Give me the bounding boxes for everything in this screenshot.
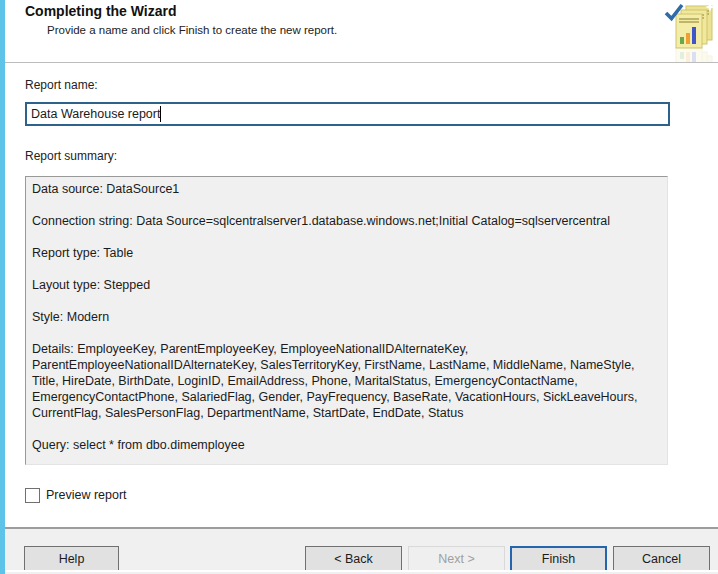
report-summary-panel: Data source: DataSource1 Connection stri… — [25, 176, 668, 465]
next-button[interactable]: Next > — [408, 546, 505, 572]
summary-layout-type: Layout type: Stepped — [32, 277, 661, 293]
summary-connection-string: Connection string: Data Source=sqlcentra… — [32, 213, 661, 229]
page-subtitle: Provide a name and click Finish to creat… — [47, 24, 337, 36]
text-cursor — [160, 106, 161, 122]
report-summary-label: Report summary: — [25, 149, 117, 163]
page-title: Completing the Wizard — [25, 3, 177, 19]
icon-bar-green — [680, 37, 684, 44]
icon-bar-blue — [692, 27, 696, 44]
icon-bar-orange — [686, 33, 690, 44]
footer-separator — [0, 527, 718, 529]
summary-query: Query: select * from dbo.dimemployee — [32, 437, 661, 453]
window-bottom-edge — [5, 570, 718, 572]
left-accent-strip — [0, 0, 5, 574]
button-bar: Help < Back Next > Finish Cancel — [0, 529, 718, 574]
report-name-input[interactable] — [25, 102, 670, 126]
report-name-label: Report name: — [25, 78, 98, 92]
help-button[interactable]: Help — [24, 546, 119, 572]
report-wizard-window: Completing the Wizard Provide a name and… — [0, 0, 718, 574]
back-button[interactable]: < Back — [305, 546, 402, 572]
preview-report-row: Preview report — [25, 487, 127, 503]
cancel-button[interactable]: Cancel — [613, 546, 710, 572]
preview-report-label[interactable]: Preview report — [46, 488, 127, 502]
summary-style: Style: Modern — [32, 309, 661, 325]
preview-report-checkbox[interactable] — [25, 488, 40, 503]
summary-details: Details: EmployeeKey, ParentEmployeeKey,… — [32, 341, 661, 421]
finish-button[interactable]: Finish — [510, 546, 607, 572]
report-wizard-icon — [664, 2, 716, 62]
summary-data-source: Data source: DataSource1 — [32, 181, 661, 197]
wizard-header: Completing the Wizard Provide a name and… — [5, 0, 718, 63]
summary-report-type: Report type: Table — [32, 245, 661, 261]
